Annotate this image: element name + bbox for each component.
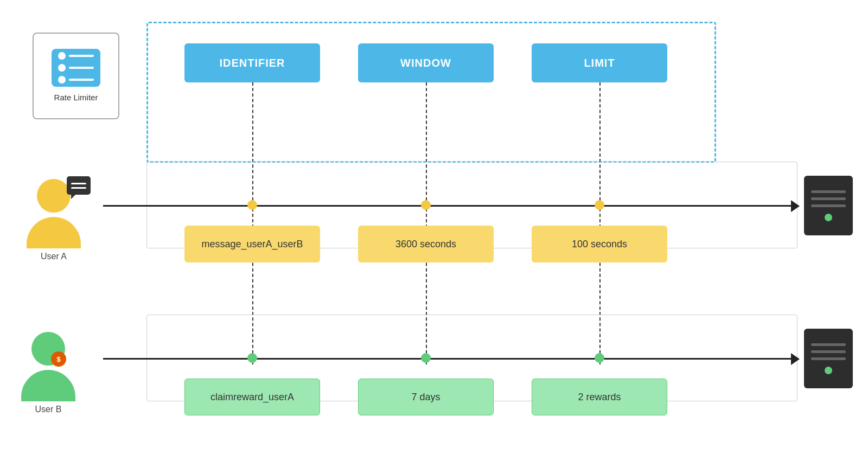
value-a-identifier: message_userA_userB	[184, 226, 320, 262]
value-a-limit: 100 seconds	[532, 226, 667, 262]
value-b-limit: 2 rewards	[532, 379, 667, 415]
user-a-label: User A	[27, 252, 81, 261]
arrow-line-a	[103, 205, 792, 207]
config-area	[146, 22, 716, 163]
user-b-label: User B	[21, 405, 75, 414]
value-a-window: 3600 seconds	[358, 226, 494, 262]
dot-a-limit	[595, 200, 604, 210]
header-identifier: IDENTIFIER	[184, 43, 320, 82]
server-a	[804, 176, 853, 235]
value-b-identifier: claimreward_userA	[184, 379, 320, 415]
dot-b-limit	[595, 353, 604, 363]
dot-b-identifier	[247, 353, 257, 363]
rate-limiter-label: Rate Limiter	[54, 92, 98, 103]
rate-limiter-box: Rate Limiter	[33, 33, 119, 119]
dot-a-window	[421, 200, 431, 210]
dot-b-window	[421, 353, 431, 363]
user-b: $ User B	[31, 332, 75, 414]
header-window: WINDOW	[358, 43, 494, 82]
rate-limiter-icon	[52, 49, 100, 87]
money-badge: $	[51, 351, 66, 367]
arrow-line-b	[103, 358, 792, 360]
user-a: User A	[37, 179, 81, 261]
server-b	[804, 329, 853, 388]
dot-a-identifier	[247, 200, 257, 210]
chat-bubble-a	[67, 176, 91, 195]
header-limit: LIMIT	[532, 43, 667, 82]
value-b-window: 7 days	[358, 379, 494, 415]
